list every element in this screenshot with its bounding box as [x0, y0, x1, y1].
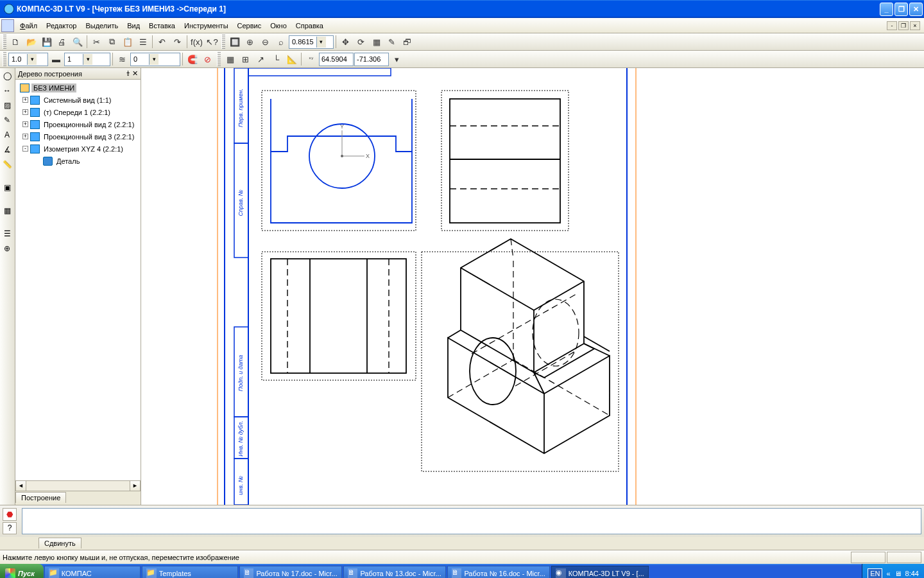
props-button[interactable]: ☰	[135, 35, 150, 49]
zoom-combo[interactable]: 0.8615▾	[289, 35, 334, 49]
zoom-show-all-button[interactable]: 🔲	[227, 35, 242, 49]
coord-button[interactable]: ↗	[253, 52, 268, 67]
ortho-button[interactable]: ⊞	[238, 52, 253, 67]
grip-icon[interactable]	[221, 35, 225, 49]
undo-button[interactable]: ↶	[155, 35, 169, 49]
snap-off-button[interactable]: ⊘	[200, 52, 215, 67]
pan-button[interactable]: ✥	[338, 35, 353, 49]
drawing-canvas[interactable]: Перв. примен. Справ. № Подп. и дата Инв.…	[141, 68, 924, 505]
view-config-button[interactable]: ✎	[384, 35, 399, 49]
taskbar-item-active[interactable]: ◉КОМПАС-3D LT V9 - [...	[551, 566, 649, 578]
system-tray[interactable]: EN « 🖥 8:44	[862, 564, 924, 578]
redo-button[interactable]: ↷	[170, 35, 185, 49]
cut-button[interactable]: ✂	[89, 35, 104, 49]
save-button[interactable]: 💾	[39, 35, 54, 49]
expand-icon[interactable]: +	[22, 97, 28, 103]
help-cursor-button[interactable]: ↖?	[205, 35, 219, 49]
select-tool[interactable]: ▣	[0, 180, 14, 195]
vars-button[interactable]: f(x)	[189, 35, 204, 49]
line-style-button[interactable]: ▬	[49, 52, 64, 67]
tree-child[interactable]: Деталь	[55, 157, 81, 166]
geometry-tool[interactable]: ◯	[0, 69, 14, 83]
windows-button[interactable]: 🗗	[400, 35, 415, 49]
rotate-button[interactable]: ⟳	[354, 35, 368, 49]
lang-indicator[interactable]: EN	[868, 568, 882, 578]
layer-combo[interactable]: 0▾	[130, 53, 180, 66]
expand-icon[interactable]: +	[22, 134, 28, 139]
snap-round-button[interactable]: 🧲	[185, 52, 200, 67]
cmd-tab[interactable]: Сдвинуть	[38, 538, 81, 548]
expand-icon[interactable]: +	[22, 121, 28, 127]
redraw-button[interactable]: ▦	[369, 35, 384, 49]
close-panel-icon[interactable]: ✕	[132, 69, 138, 78]
symbol-tool[interactable]: ∡	[0, 143, 14, 157]
coord-menu-button[interactable]: ▾	[389, 52, 404, 67]
grip-icon[interactable]	[3, 52, 6, 66]
new-button[interactable]: 🗋	[8, 35, 23, 49]
tree-tab[interactable]: Построение	[15, 492, 66, 503]
local-cs-button[interactable]: └	[269, 52, 284, 67]
hatch-tool[interactable]: ▨	[0, 98, 14, 112]
help-button[interactable]: ?	[3, 522, 17, 535]
open-button[interactable]: 📂	[24, 35, 38, 49]
zoom-in-button[interactable]: ⊕	[243, 35, 257, 49]
expand-icon[interactable]: +	[22, 109, 28, 115]
start-button[interactable]: Пуск	[0, 564, 44, 578]
tray-icon[interactable]: 🖥	[894, 570, 902, 577]
spec-tool[interactable]: ☰	[0, 227, 14, 241]
grip-icon[interactable]	[3, 35, 6, 49]
coord-x-input[interactable]	[319, 53, 354, 66]
taskbar-item[interactable]: 📁Templates	[142, 566, 238, 578]
taskbar-item[interactable]: 🗎Работа № 17.doc - Micr...	[239, 566, 342, 578]
menu-window[interactable]: Окно	[266, 20, 291, 31]
line-width-combo[interactable]: 1.0▾	[8, 53, 48, 66]
preview-button[interactable]: 🔍	[70, 35, 85, 49]
param-button[interactable]: 📐	[284, 52, 299, 67]
menu-insert[interactable]: Вставка	[144, 20, 180, 31]
menu-file[interactable]: Файл	[15, 20, 42, 31]
clock[interactable]: 8:44	[905, 570, 919, 577]
tree-root[interactable]: БЕЗ ИМЕНИ	[31, 83, 76, 92]
menu-tools[interactable]: Инструменты	[180, 20, 233, 31]
tree-hscroll[interactable]: ◄►	[15, 480, 141, 491]
print-button[interactable]: 🖨	[55, 35, 69, 49]
collapse-icon[interactable]: -	[22, 146, 28, 152]
menu-service[interactable]: Сервис	[233, 20, 266, 31]
restore-button[interactable]: ❐	[894, 3, 908, 16]
views-tool[interactable]: ▦	[0, 204, 14, 218]
mdi-close[interactable]: ×	[910, 21, 920, 30]
minimize-button[interactable]: _	[880, 3, 893, 16]
taskbar-item[interactable]: 🗎Работа № 16.doc - Micr...	[447, 566, 550, 578]
menu-view[interactable]: Вид	[123, 20, 144, 31]
coord-y-input[interactable]	[354, 53, 389, 66]
paste-button[interactable]: 📋	[120, 35, 135, 49]
menu-editor[interactable]: Редактор	[42, 20, 81, 31]
grid-button[interactable]: ▦	[223, 52, 237, 67]
tree-node[interactable]: Изометрия XYZ 4 (2.2:1)	[42, 144, 125, 153]
tree-node[interactable]: Проекционный вид 3 (2.2:1)	[42, 132, 136, 141]
tray-expand-icon[interactable]: «	[886, 570, 890, 577]
other-tool[interactable]: ⊕	[0, 241, 14, 256]
command-input-area[interactable]	[22, 508, 921, 534]
menu-help[interactable]: Справка	[291, 20, 328, 31]
pin-icon[interactable]: ⤈	[125, 69, 131, 78]
menu-select[interactable]: Выделить	[81, 20, 123, 31]
zoom-window-button[interactable]: ⌕	[273, 35, 288, 49]
tree-node[interactable]: Проекционный вид 2 (2.2:1)	[42, 120, 136, 129]
stop-button[interactable]: ⬣	[3, 508, 17, 521]
mdi-minimize[interactable]: -	[887, 21, 897, 30]
taskbar-item[interactable]: 📁КОМПАС	[44, 566, 141, 578]
layers-button[interactable]: ≋	[115, 52, 130, 67]
mdi-restore[interactable]: ❐	[898, 21, 909, 30]
measure-tool[interactable]: 📏	[0, 157, 14, 171]
zoom-out-button[interactable]: ⊖	[258, 35, 273, 49]
dimension-tool[interactable]: ↔	[0, 83, 14, 98]
taskbar-item[interactable]: 🗎Работа № 13.doc - Micr...	[343, 566, 446, 578]
tree-node[interactable]: Системный вид (1:1)	[42, 96, 113, 105]
line-style-combo[interactable]: 1▾	[64, 53, 110, 66]
tree-body[interactable]: БЕЗ ИМЕНИ +Системный вид (1:1) +(т) Спер…	[15, 80, 141, 480]
grip-icon[interactable]	[217, 52, 221, 66]
text-tool[interactable]: A	[0, 128, 14, 142]
copy-button[interactable]: ⧉	[105, 35, 119, 49]
edit-tool[interactable]: ✎	[0, 113, 14, 127]
